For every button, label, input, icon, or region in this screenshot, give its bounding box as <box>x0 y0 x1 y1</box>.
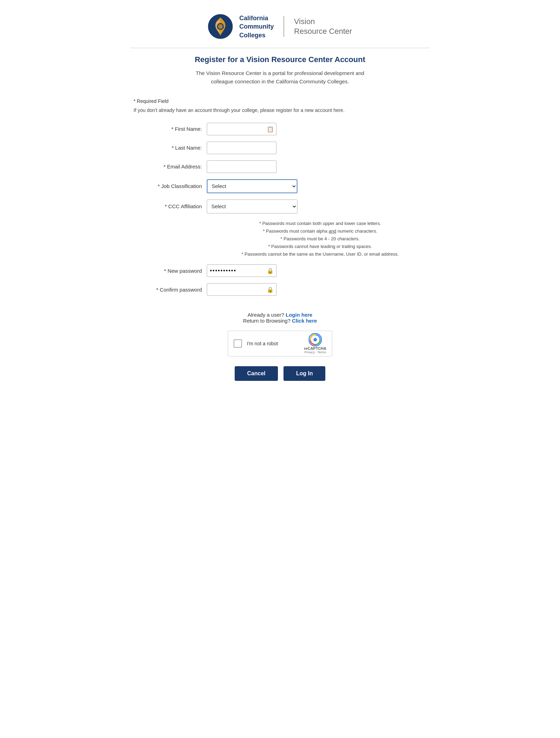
confirm-password-row: * Confirm password 🔒 <box>130 283 430 296</box>
action-buttons: Cancel Log In <box>235 366 325 381</box>
cancel-button[interactable]: Cancel <box>235 366 278 381</box>
first-name-label: * First Name: <box>130 126 207 132</box>
last-name-wrapper <box>207 142 277 154</box>
pw-rule-2: * Passwords must contain alpha and numer… <box>210 227 430 235</box>
click-here-link[interactable]: Click here <box>292 318 317 324</box>
register-note: If you don't already have an account thr… <box>130 107 430 113</box>
recaptcha-icon <box>309 333 322 346</box>
new-password-label: * New password <box>130 268 207 274</box>
confirm-password-wrapper: 🔒 <box>207 283 277 296</box>
ccc-affil-row: * CCC Affiliation Select <box>130 199 430 213</box>
vrc-name-text: Vision Resource Center <box>294 17 352 37</box>
pw-rule-1: * Passwords must contain both upper and … <box>210 220 430 227</box>
logo-line3: Colleges <box>239 32 265 39</box>
already-user-line1: Already a user? Login here <box>243 312 317 318</box>
ccc-name-text: California Community Colleges <box>239 14 274 39</box>
svg-point-3 <box>218 24 223 29</box>
required-note: * Required Field <box>130 98 430 104</box>
email-row: * Email Address: <box>130 160 430 173</box>
pw-rule-4: * Passwords cannot have leading or trail… <box>210 243 430 250</box>
logo-vrc-line2: Resource Center <box>294 27 352 36</box>
password-rules: * Passwords must contain both upper and … <box>130 220 430 258</box>
last-name-row: * Last Name: <box>130 142 430 154</box>
login-button[interactable]: Log In <box>283 366 325 381</box>
job-class-label: * Job Classification <box>130 183 207 189</box>
show-confirm-password-icon[interactable]: 🔒 <box>267 286 274 293</box>
already-user-section: Already a user? Login here Return to Bro… <box>243 312 317 324</box>
ccc-affil-select[interactable]: Select <box>207 199 297 213</box>
last-name-input[interactable] <box>207 142 277 154</box>
page-title: Register for a Vision Resource Center Ac… <box>195 55 365 64</box>
return-text: Return to Browsing? <box>243 318 290 324</box>
new-password-input[interactable] <box>207 264 277 277</box>
new-password-wrapper: 🔒 <box>207 264 277 277</box>
header-divider <box>130 48 430 48</box>
recaptcha-brand: reCAPTCHA <box>304 346 326 351</box>
logo-line1: California <box>239 15 268 22</box>
new-password-row: * New password 🔒 <box>130 264 430 277</box>
svg-point-5 <box>313 338 317 341</box>
already-user-line2: Return to Browsing? Click here <box>243 318 317 324</box>
email-wrapper <box>207 160 277 173</box>
page-subtitle: The Vision Resource Center is a portal f… <box>189 69 371 86</box>
login-here-link[interactable]: Login here <box>286 312 312 318</box>
recaptcha-checkbox[interactable] <box>234 339 242 348</box>
logo-line2: Community <box>239 23 274 30</box>
last-name-label: * Last Name: <box>130 145 207 151</box>
first-name-wrapper: 📋 <box>207 123 277 135</box>
registration-form: * First Name: 📋 * Last Name: * Email Add… <box>130 123 430 302</box>
first-name-input[interactable] <box>207 123 277 135</box>
ccc-affil-label: * CCC Affiliation <box>130 203 207 209</box>
first-name-row: * First Name: 📋 <box>130 123 430 135</box>
header-logo: California Community Colleges Vision Res… <box>208 14 352 39</box>
recaptcha-left: I'm not a robot <box>234 339 278 348</box>
confirm-password-input[interactable] <box>207 283 277 296</box>
ccc-logo-icon <box>208 14 233 39</box>
logo-vrc-line1: Vision <box>294 17 315 26</box>
already-user-text: Already a user? <box>248 312 284 318</box>
recaptcha-box[interactable]: I'm not a robot reCAPTCHA Privacy - Term… <box>228 331 332 356</box>
pw-rule-3: * Passwords must be 4 - 20 characters. <box>210 235 430 243</box>
confirm-password-label: * Confirm password <box>130 287 207 293</box>
show-password-icon[interactable]: 🔒 <box>267 268 274 274</box>
email-input[interactable] <box>207 160 277 173</box>
pw-rule-5: * Passwords cannot be the same as the Us… <box>210 250 430 258</box>
recaptcha-logo: reCAPTCHA Privacy - Terms <box>304 333 326 354</box>
job-class-select[interactable]: Select <box>207 179 297 193</box>
job-class-row: * Job Classification Select <box>130 179 430 193</box>
email-label: * Email Address: <box>130 164 207 170</box>
recaptcha-label: I'm not a robot <box>247 341 278 346</box>
recaptcha-links: Privacy - Terms <box>304 351 326 354</box>
logo-divider <box>283 16 284 37</box>
